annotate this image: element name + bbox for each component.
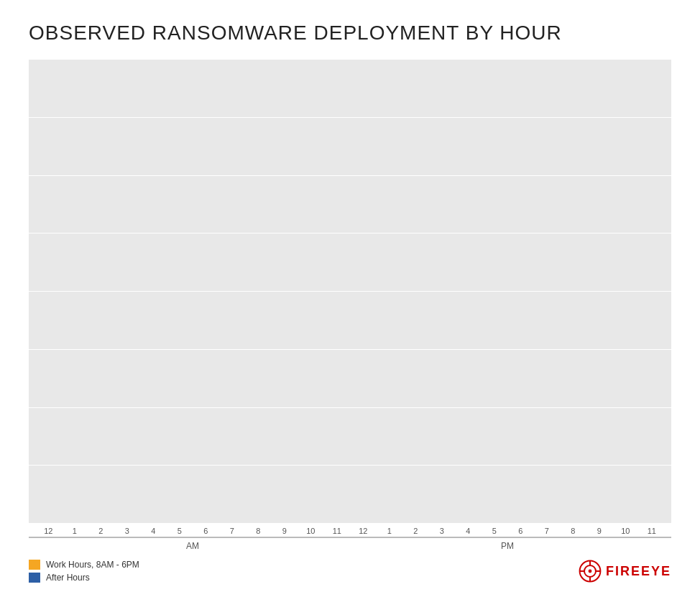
x-label-group: 9 — [587, 527, 612, 535]
x-label: 12 — [44, 527, 52, 535]
x-label: 9 — [597, 527, 602, 535]
legend-item-after-hours: After Hours — [29, 573, 139, 583]
x-label: 11 — [333, 527, 341, 535]
x-label: 7 — [545, 527, 549, 535]
x-label-group: 7 — [535, 527, 560, 535]
am-label: AM — [186, 541, 199, 551]
x-label: 2 — [98, 527, 103, 535]
work-hours-swatch — [29, 560, 40, 570]
fireeye-text: FIREEYE — [606, 564, 671, 579]
divider-line — [29, 537, 671, 538]
x-axis: 121234567891011121234567891011 — [29, 524, 671, 535]
x-label: 2 — [413, 527, 418, 535]
x-label-group: 8 — [561, 527, 586, 535]
x-label-group: 3 — [115, 527, 140, 535]
x-label: 11 — [648, 527, 656, 535]
x-label-group: 5 — [482, 527, 507, 535]
x-label: 4 — [466, 527, 470, 535]
page: OBSERVED RANSOMWARE DEPLOYMENT BY HOUR 1… — [0, 0, 700, 597]
x-label-group: 12 — [36, 527, 61, 535]
x-label-group: 5 — [167, 527, 193, 535]
x-label: 9 — [282, 527, 287, 535]
pm-section: PM — [351, 540, 664, 552]
x-label: 10 — [306, 527, 315, 535]
work-hours-label: Work Hours, 8AM - 6PM — [46, 560, 139, 570]
x-label-group: 1 — [63, 527, 88, 535]
x-label-group: 2 — [403, 527, 428, 535]
x-label: 6 — [203, 527, 208, 535]
x-label-group: 4 — [141, 527, 166, 535]
x-label-group: 6 — [193, 527, 218, 535]
legend-fireeye-row: Work Hours, 8AM - 6PM After Hours FIREEY… — [29, 560, 671, 583]
x-label-group: 4 — [456, 527, 481, 535]
x-label: 5 — [178, 527, 182, 535]
fireeye-logo: FIREEYE — [579, 560, 671, 583]
after-hours-swatch — [29, 573, 40, 583]
chart-area: 121234567891011121234567891011 AMPM — [29, 59, 671, 552]
x-label-group: 11 — [640, 527, 665, 535]
pm-label: PM — [501, 541, 514, 551]
x-label: 12 — [359, 527, 367, 535]
x-label-group: 7 — [220, 527, 245, 535]
x-label: 8 — [256, 527, 260, 535]
legend-item-work-hours: Work Hours, 8AM - 6PM — [29, 560, 139, 570]
after-hours-label: After Hours — [46, 573, 90, 583]
x-label-group: 12 — [351, 527, 376, 535]
x-label-group: 11 — [325, 527, 350, 535]
x-label-group: 2 — [88, 527, 114, 535]
chart-inner — [29, 59, 671, 524]
x-label: 10 — [621, 527, 630, 535]
svg-point-6 — [589, 570, 592, 573]
x-label: 4 — [151, 527, 155, 535]
x-label: 3 — [440, 527, 444, 535]
x-label: 8 — [571, 527, 575, 535]
x-label: 7 — [230, 527, 234, 535]
x-label: 1 — [73, 527, 77, 535]
fireeye-icon — [579, 560, 602, 583]
bars-container — [29, 59, 671, 524]
x-label: 5 — [492, 527, 497, 535]
chart-title: OBSERVED RANSOMWARE DEPLOYMENT BY HOUR — [29, 22, 671, 45]
legend: Work Hours, 8AM - 6PM After Hours — [29, 560, 139, 583]
x-label-group: 10 — [613, 527, 638, 535]
x-label-group: 6 — [508, 527, 533, 535]
x-label: 3 — [125, 527, 129, 535]
x-label-group: 10 — [298, 527, 323, 535]
x-label-group: 3 — [430, 527, 455, 535]
x-label: 6 — [518, 527, 522, 535]
x-label-group: 1 — [377, 527, 402, 535]
x-label-group: 8 — [246, 527, 271, 535]
am-section: AM — [36, 540, 349, 552]
x-label-group: 9 — [272, 527, 298, 535]
x-label: 1 — [387, 527, 392, 535]
am-pm-row: AMPM — [29, 540, 671, 552]
